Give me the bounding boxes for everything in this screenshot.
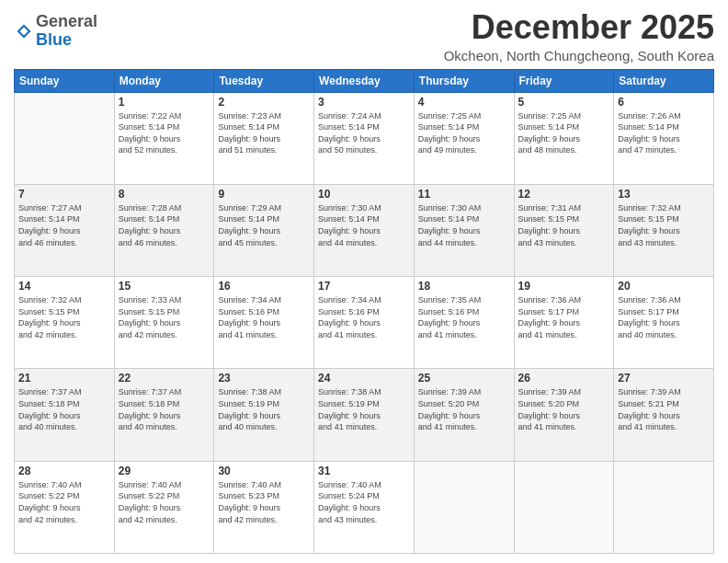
day-info: Sunrise: 7:22 AM Sunset: 5:14 PM Dayligh…: [119, 110, 210, 156]
calendar-cell: 10Sunrise: 7:30 AM Sunset: 5:14 PM Dayli…: [314, 184, 415, 276]
day-info: Sunrise: 7:40 AM Sunset: 5:22 PM Dayligh…: [18, 479, 110, 525]
day-info: Sunrise: 7:38 AM Sunset: 5:19 PM Dayligh…: [218, 386, 310, 432]
day-info: Sunrise: 7:34 AM Sunset: 5:16 PM Dayligh…: [318, 294, 410, 340]
day-number: 11: [418, 188, 510, 201]
calendar-cell: 17Sunrise: 7:34 AM Sunset: 5:16 PM Dayli…: [314, 277, 415, 369]
calendar-header-row: SundayMondayTuesdayWednesdayThursdayFrid…: [15, 69, 714, 92]
day-number: 15: [119, 280, 210, 293]
day-number: 27: [618, 372, 710, 385]
calendar-cell: 20Sunrise: 7:36 AM Sunset: 5:17 PM Dayli…: [614, 277, 714, 369]
day-info: Sunrise: 7:39 AM Sunset: 5:20 PM Dayligh…: [418, 386, 510, 432]
header: General Blue December 2025 Okcheon, Nort…: [14, 9, 714, 63]
logo-general-text: General: [36, 12, 97, 30]
day-info: Sunrise: 7:26 AM Sunset: 5:14 PM Dayligh…: [618, 110, 710, 156]
calendar-cell: 3Sunrise: 7:24 AM Sunset: 5:14 PM Daylig…: [314, 92, 415, 184]
calendar-cell: [614, 461, 714, 553]
calendar: SundayMondayTuesdayWednesdayThursdayFrid…: [14, 69, 714, 554]
day-info: Sunrise: 7:32 AM Sunset: 5:15 PM Dayligh…: [18, 294, 110, 340]
calendar-cell: 18Sunrise: 7:35 AM Sunset: 5:16 PM Dayli…: [414, 277, 514, 369]
day-info: Sunrise: 7:34 AM Sunset: 5:16 PM Dayligh…: [218, 294, 310, 340]
calendar-cell: 29Sunrise: 7:40 AM Sunset: 5:22 PM Dayli…: [114, 461, 214, 553]
day-number: 29: [119, 465, 210, 477]
calendar-cell: [414, 461, 514, 553]
day-number: 5: [518, 96, 610, 109]
day-info: Sunrise: 7:36 AM Sunset: 5:17 PM Dayligh…: [518, 294, 610, 340]
day-info: Sunrise: 7:35 AM Sunset: 5:16 PM Dayligh…: [418, 294, 510, 340]
day-header-tuesday: Tuesday: [214, 69, 314, 92]
calendar-week-4: 21Sunrise: 7:37 AM Sunset: 5:18 PM Dayli…: [15, 369, 714, 461]
day-info: Sunrise: 7:25 AM Sunset: 5:14 PM Dayligh…: [418, 110, 510, 156]
day-info: Sunrise: 7:39 AM Sunset: 5:21 PM Dayligh…: [618, 386, 710, 432]
calendar-cell: 7Sunrise: 7:27 AM Sunset: 5:14 PM Daylig…: [15, 184, 115, 276]
calendar-cell: 30Sunrise: 7:40 AM Sunset: 5:23 PM Dayli…: [214, 461, 314, 553]
day-info: Sunrise: 7:40 AM Sunset: 5:24 PM Dayligh…: [318, 479, 410, 525]
logo-icon: [16, 23, 32, 40]
day-info: Sunrise: 7:27 AM Sunset: 5:14 PM Dayligh…: [18, 202, 110, 248]
logo-blue-text: Blue: [36, 30, 72, 49]
calendar-cell: [15, 92, 115, 184]
calendar-week-1: 1Sunrise: 7:22 AM Sunset: 5:14 PM Daylig…: [15, 92, 714, 184]
day-info: Sunrise: 7:29 AM Sunset: 5:14 PM Dayligh…: [218, 202, 310, 248]
location: Okcheon, North Chungcheong, South Korea: [444, 48, 714, 63]
day-number: 1: [119, 96, 210, 109]
day-header-thursday: Thursday: [414, 69, 514, 92]
day-number: 16: [218, 280, 310, 293]
calendar-cell: [514, 461, 614, 553]
calendar-cell: 19Sunrise: 7:36 AM Sunset: 5:17 PM Dayli…: [514, 277, 614, 369]
calendar-cell: 8Sunrise: 7:28 AM Sunset: 5:14 PM Daylig…: [114, 184, 214, 276]
logo: General Blue: [14, 13, 97, 50]
day-number: 17: [318, 280, 410, 293]
calendar-cell: 2Sunrise: 7:23 AM Sunset: 5:14 PM Daylig…: [214, 92, 314, 184]
month-title: December 2025: [444, 9, 714, 46]
calendar-cell: 14Sunrise: 7:32 AM Sunset: 5:15 PM Dayli…: [15, 277, 115, 369]
day-header-saturday: Saturday: [614, 69, 714, 92]
day-info: Sunrise: 7:39 AM Sunset: 5:20 PM Dayligh…: [518, 386, 610, 432]
day-number: 8: [119, 188, 210, 201]
calendar-cell: 27Sunrise: 7:39 AM Sunset: 5:21 PM Dayli…: [614, 369, 714, 461]
calendar-cell: 16Sunrise: 7:34 AM Sunset: 5:16 PM Dayli…: [214, 277, 314, 369]
day-info: Sunrise: 7:36 AM Sunset: 5:17 PM Dayligh…: [618, 294, 710, 340]
page: General Blue December 2025 Okcheon, Nort…: [0, 0, 728, 563]
day-info: Sunrise: 7:25 AM Sunset: 5:14 PM Dayligh…: [518, 110, 610, 156]
day-info: Sunrise: 7:31 AM Sunset: 5:15 PM Dayligh…: [518, 202, 610, 248]
calendar-cell: 22Sunrise: 7:37 AM Sunset: 5:18 PM Dayli…: [114, 369, 214, 461]
day-header-sunday: Sunday: [15, 69, 115, 92]
day-number: 14: [18, 280, 110, 293]
day-number: 4: [418, 96, 510, 109]
day-info: Sunrise: 7:32 AM Sunset: 5:15 PM Dayligh…: [618, 202, 710, 248]
calendar-cell: 6Sunrise: 7:26 AM Sunset: 5:14 PM Daylig…: [614, 92, 714, 184]
calendar-cell: 21Sunrise: 7:37 AM Sunset: 5:18 PM Dayli…: [15, 369, 115, 461]
day-number: 3: [318, 96, 410, 109]
day-info: Sunrise: 7:33 AM Sunset: 5:15 PM Dayligh…: [119, 294, 210, 340]
day-number: 25: [418, 372, 510, 385]
calendar-week-2: 7Sunrise: 7:27 AM Sunset: 5:14 PM Daylig…: [15, 184, 714, 276]
calendar-cell: 31Sunrise: 7:40 AM Sunset: 5:24 PM Dayli…: [314, 461, 415, 553]
day-number: 19: [518, 280, 610, 293]
calendar-cell: 12Sunrise: 7:31 AM Sunset: 5:15 PM Dayli…: [514, 184, 614, 276]
day-number: 26: [518, 372, 610, 385]
calendar-week-3: 14Sunrise: 7:32 AM Sunset: 5:15 PM Dayli…: [15, 277, 714, 369]
calendar-cell: 1Sunrise: 7:22 AM Sunset: 5:14 PM Daylig…: [114, 92, 214, 184]
day-number: 13: [618, 188, 710, 201]
day-info: Sunrise: 7:28 AM Sunset: 5:14 PM Dayligh…: [119, 202, 210, 248]
day-header-wednesday: Wednesday: [314, 69, 415, 92]
day-info: Sunrise: 7:37 AM Sunset: 5:18 PM Dayligh…: [119, 386, 210, 432]
day-header-friday: Friday: [514, 69, 614, 92]
calendar-week-5: 28Sunrise: 7:40 AM Sunset: 5:22 PM Dayli…: [15, 461, 714, 553]
calendar-cell: 25Sunrise: 7:39 AM Sunset: 5:20 PM Dayli…: [414, 369, 514, 461]
day-number: 9: [218, 188, 310, 201]
calendar-cell: 24Sunrise: 7:38 AM Sunset: 5:19 PM Dayli…: [314, 369, 415, 461]
day-number: 22: [119, 372, 210, 385]
day-info: Sunrise: 7:37 AM Sunset: 5:18 PM Dayligh…: [18, 386, 110, 432]
day-info: Sunrise: 7:30 AM Sunset: 5:14 PM Dayligh…: [418, 202, 510, 248]
calendar-cell: 4Sunrise: 7:25 AM Sunset: 5:14 PM Daylig…: [414, 92, 514, 184]
title-block: December 2025 Okcheon, North Chungcheong…: [444, 9, 714, 63]
day-number: 7: [18, 188, 110, 201]
day-info: Sunrise: 7:24 AM Sunset: 5:14 PM Dayligh…: [318, 110, 410, 156]
day-number: 24: [318, 372, 410, 385]
calendar-cell: 15Sunrise: 7:33 AM Sunset: 5:15 PM Dayli…: [114, 277, 214, 369]
day-number: 21: [18, 372, 110, 385]
calendar-cell: 13Sunrise: 7:32 AM Sunset: 5:15 PM Dayli…: [614, 184, 714, 276]
day-number: 30: [218, 465, 310, 477]
day-number: 10: [318, 188, 410, 201]
